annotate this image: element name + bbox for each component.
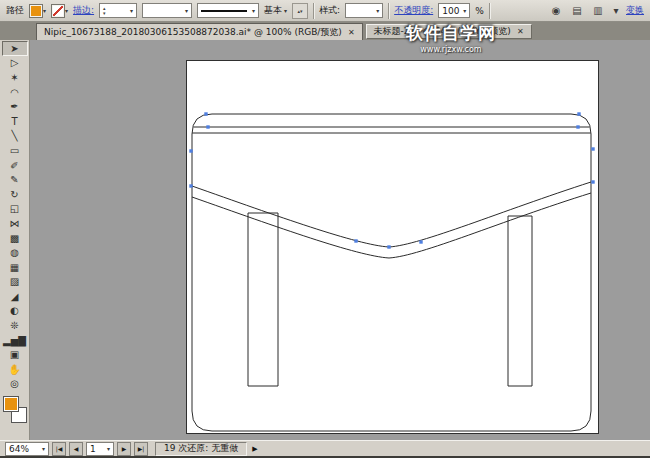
- pen-tool[interactable]: ✒: [2, 99, 28, 114]
- briefcase-path[interactable]: [248, 213, 278, 386]
- recolor-artwork-icon[interactable]: ◉: [548, 3, 564, 19]
- document-setup-icon[interactable]: ▤: [569, 3, 585, 19]
- anchor-point[interactable]: [591, 180, 594, 183]
- brush-basic-label[interactable]: 基本: [264, 4, 282, 17]
- percent-label: %: [475, 6, 484, 16]
- canvas-area[interactable]: [30, 40, 650, 440]
- anchor-point[interactable]: [591, 147, 594, 150]
- column-graph-tool[interactable]: ▂▅▇: [2, 333, 28, 348]
- previous-artboard-button[interactable]: ◀: [69, 442, 83, 456]
- artboard[interactable]: [186, 60, 599, 434]
- watermark-url: www.rjzxw.com: [396, 45, 506, 54]
- anchor-point[interactable]: [204, 112, 207, 115]
- rotate-tool[interactable]: ↻: [2, 187, 28, 202]
- fill-color-swatch[interactable]: [29, 4, 43, 18]
- briefcase-path[interactable]: [192, 114, 591, 431]
- rectangle-tool[interactable]: ▭: [2, 143, 28, 158]
- anchor-point[interactable]: [189, 184, 192, 187]
- line-segment-tool[interactable]: ╲: [2, 129, 28, 144]
- separator: [313, 3, 314, 19]
- anchor-point[interactable]: [576, 125, 579, 128]
- stroke-dropdown-icon[interactable]: ▾: [65, 7, 68, 14]
- artboard-number-select[interactable]: 1 ▾: [86, 442, 114, 456]
- stroke-weight-spinner[interactable]: ▴▾ ▾: [99, 3, 137, 18]
- artboard-tool[interactable]: ▣: [2, 347, 28, 362]
- undo-status: 19 次还原: 无重做: [155, 442, 247, 456]
- stroke-weight-dropdown-icon[interactable]: ▾: [130, 7, 133, 14]
- document-tab-title: Nipic_10673188_20180306153508872038.ai* …: [44, 26, 342, 39]
- anchor-point[interactable]: [419, 240, 422, 243]
- zoom-dropdown-icon[interactable]: ▾: [42, 445, 45, 452]
- first-artboard-button[interactable]: |◀: [52, 442, 66, 456]
- width-tool[interactable]: ⋈: [2, 216, 28, 231]
- artwork-svg[interactable]: [187, 61, 600, 435]
- watermark: 软件自学网 www.rjzxw.com: [396, 22, 506, 54]
- briefcase-path[interactable]: [508, 216, 532, 386]
- fill-color-well[interactable]: [3, 396, 19, 412]
- symbol-sprayer-tool[interactable]: ❊: [2, 318, 28, 333]
- briefcase-path[interactable]: [192, 182, 591, 247]
- preferences-icon[interactable]: ▥: [590, 3, 606, 19]
- zoom-tool[interactable]: ◎: [2, 377, 28, 392]
- zoom-value: 64%: [9, 444, 29, 454]
- shape-builder-tool[interactable]: ◍: [2, 245, 28, 260]
- paintbrush-tool[interactable]: ✐: [2, 158, 28, 173]
- separator: [489, 3, 490, 19]
- close-icon[interactable]: ✕: [348, 28, 355, 37]
- stroke-color-swatch[interactable]: [51, 4, 65, 18]
- anchor-point[interactable]: [206, 125, 209, 128]
- opacity-dropdown-icon[interactable]: ▾: [463, 7, 466, 14]
- mesh-tool[interactable]: ▦: [2, 260, 28, 275]
- scale-tool[interactable]: ◱: [2, 202, 28, 217]
- separator: [388, 3, 389, 19]
- eyedropper-tool[interactable]: ◢: [2, 289, 28, 304]
- free-transform-tool[interactable]: ▩: [2, 231, 28, 246]
- spinner-icons[interactable]: ▴▾: [103, 6, 106, 16]
- direct-selection-tool[interactable]: ▷: [2, 56, 28, 71]
- anchor-point[interactable]: [189, 149, 192, 152]
- style-label: 样式:: [319, 4, 340, 17]
- stroke-weight-link[interactable]: 描边:: [73, 4, 94, 17]
- type-tool[interactable]: T: [2, 114, 28, 129]
- artboard-number: 1: [90, 444, 96, 454]
- anchor-point[interactable]: [354, 239, 357, 242]
- next-artboard-button[interactable]: ▶: [117, 442, 131, 456]
- brush-basic-dropdown-icon[interactable]: ▾: [284, 7, 287, 14]
- watermark-title: 软件自学网: [396, 22, 506, 45]
- brush-dropdown-icon[interactable]: ▾: [252, 7, 255, 14]
- control-bar-right-group: ◉ ▤ ▥ ▾ 变换: [548, 3, 644, 19]
- close-icon[interactable]: ✕: [517, 27, 524, 36]
- status-menu-icon[interactable]: ▶: [252, 445, 257, 453]
- anchor-point[interactable]: [577, 112, 580, 115]
- opacity-value: 100: [442, 6, 459, 16]
- fill-dropdown-icon[interactable]: ▾: [43, 7, 46, 14]
- control-bar: 路径 ▾ ▾ 描边: ▴▾ ▾ ▾ ▾ 基本 ▾ ▴▾ 样式: ▾ 不透明度: …: [0, 0, 650, 22]
- style-select[interactable]: ▾: [345, 3, 383, 18]
- style-dropdown-icon[interactable]: ▾: [376, 7, 379, 14]
- zoom-select[interactable]: 64% ▾: [5, 442, 49, 456]
- width-profile-dropdown-icon[interactable]: ▾: [185, 7, 188, 14]
- blend-tool[interactable]: ◐: [2, 304, 28, 319]
- width-profile-select[interactable]: ▾: [142, 3, 192, 18]
- spinner-down-icon[interactable]: ▾: [103, 11, 106, 16]
- panel-menu-icon[interactable]: ▾: [611, 3, 621, 19]
- lasso-tool[interactable]: ◠: [2, 85, 28, 100]
- pencil-tool[interactable]: ✎: [2, 172, 28, 187]
- gradient-tool[interactable]: ▨: [2, 275, 28, 290]
- fill-color-control[interactable]: ▾: [29, 4, 46, 18]
- opacity-select[interactable]: 100 ▾: [438, 3, 470, 18]
- stroke-options-icon[interactable]: ▴▾: [292, 3, 308, 19]
- selection-tool[interactable]: ➤: [2, 41, 28, 56]
- document-tab-active[interactable]: Nipic_10673188_20180306153508872038.ai* …: [36, 23, 363, 40]
- magic-wand-tool[interactable]: ✶: [2, 70, 28, 85]
- artboard-dropdown-icon[interactable]: ▾: [107, 445, 110, 452]
- brush-definition-select[interactable]: ▾: [197, 3, 259, 18]
- selection-type-label: 路径: [6, 4, 24, 17]
- last-artboard-button[interactable]: ▶|: [134, 442, 148, 456]
- opacity-link[interactable]: 不透明度:: [394, 4, 433, 17]
- hand-tool[interactable]: ✋: [2, 362, 28, 377]
- transform-link[interactable]: 变换: [626, 4, 644, 17]
- brush-basic-select[interactable]: 基本 ▾: [264, 4, 287, 17]
- stroke-color-control[interactable]: ▾: [51, 4, 68, 18]
- anchor-point[interactable]: [387, 245, 390, 248]
